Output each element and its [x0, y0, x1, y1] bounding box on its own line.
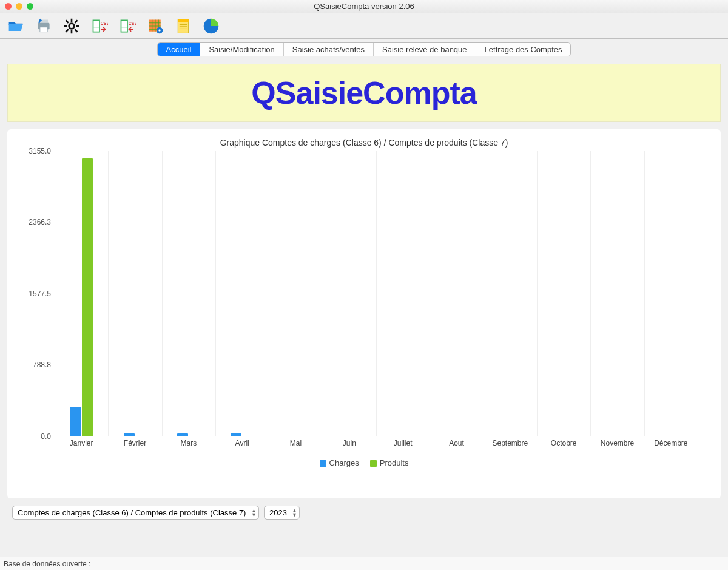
- legend-label-charges: Charges: [329, 458, 359, 467]
- x-tick-label: Septembre: [490, 439, 531, 447]
- toolbar: CSV CSV: [0, 13, 728, 39]
- tab-saisie-relev-de-banque[interactable]: Saisie relevé de banque: [374, 43, 476, 56]
- bar-charges: [70, 407, 81, 436]
- x-tick-label: Juin: [329, 439, 370, 447]
- pie-chart-button[interactable]: [201, 16, 221, 36]
- legend-label-produits: Produits: [380, 458, 409, 467]
- tab-group: AccueilSaisie/ModificationSaisie achats/…: [157, 42, 571, 56]
- y-tick-label: 1577.5: [29, 290, 55, 298]
- x-tick-label: Décembre: [650, 439, 692, 447]
- banner: QSaisieCompta: [7, 64, 721, 122]
- bar-charges: [177, 433, 188, 436]
- tab-saisie-modification[interactable]: Saisie/Modification: [200, 43, 283, 56]
- chart-title: Graphique Comptes de charges (Classe 6) …: [16, 138, 712, 148]
- zoom-window-button[interactable]: [27, 3, 33, 10]
- y-tick-label: 3155.0: [29, 147, 55, 155]
- legend-swatch-charges: [320, 460, 326, 467]
- status-text: Base de données ouverte :: [4, 560, 90, 568]
- chart-legend: Charges Produits: [16, 458, 712, 467]
- chart-plot-area: 0.0788.81577.52366.33155.0: [55, 151, 712, 436]
- window-controls: [5, 3, 33, 10]
- window-title: QSaisieCompta version 2.06: [314, 2, 414, 11]
- bar-produits: [82, 158, 93, 436]
- bar-group: [61, 158, 102, 436]
- chart-controls: Comptes de charges (Classe 6) / Comptes …: [7, 506, 721, 524]
- bar-charges: [231, 433, 241, 436]
- svg-rect-33: [178, 19, 189, 21]
- svg-rect-19: [121, 21, 127, 32]
- bar-charges: [124, 433, 135, 436]
- tab-lettrage-des-comptes[interactable]: Lettrage des Comptes: [476, 43, 571, 56]
- report-button[interactable]: [174, 16, 193, 36]
- x-tick-label: Mars: [168, 439, 209, 447]
- x-tick-label: Février: [115, 439, 156, 447]
- chart-panel: Graphique Comptes de charges (Classe 6) …: [7, 129, 721, 498]
- app-title: QSaisieCompta: [251, 75, 476, 111]
- svg-point-31: [158, 29, 161, 32]
- select-stepper-icon: ▲▼: [251, 509, 257, 517]
- x-tick-label: Janvier: [61, 439, 102, 447]
- bar-group: [221, 433, 263, 436]
- main-content: QSaisieCompta Graphique Comptes de charg…: [0, 58, 728, 556]
- close-window-button[interactable]: [5, 3, 12, 10]
- select-stepper-icon: ▲▼: [292, 509, 297, 517]
- svg-point-4: [69, 23, 75, 29]
- svg-rect-14: [93, 21, 99, 32]
- x-tick-label: Juillet: [382, 439, 423, 447]
- year-select[interactable]: 2023: [264, 506, 300, 520]
- bar-group: [115, 433, 156, 436]
- y-tick-label: 0.0: [41, 432, 55, 441]
- bar-group: [168, 433, 209, 436]
- svg-text:CSV: CSV: [129, 21, 136, 25]
- chart-type-select[interactable]: Comptes de charges (Classe 6) / Comptes …: [12, 506, 259, 520]
- settings-button[interactable]: [62, 16, 81, 36]
- svg-line-11: [75, 20, 77, 22]
- export-csv-button[interactable]: CSV: [118, 16, 137, 36]
- svg-line-10: [75, 29, 77, 32]
- x-tick-label: Novembre: [597, 439, 638, 447]
- x-tick-label: Avril: [221, 439, 263, 447]
- legend-item-charges: Charges: [320, 458, 359, 467]
- print-button[interactable]: [34, 16, 53, 36]
- y-tick-label: 788.8: [33, 361, 55, 369]
- status-bar: Base de données ouverte :: [0, 557, 728, 570]
- open-file-button[interactable]: [6, 16, 25, 36]
- window-titlebar: QSaisieCompta version 2.06: [0, 0, 728, 13]
- svg-rect-2: [40, 27, 47, 32]
- legend-item-produits: Produits: [370, 458, 409, 467]
- minimize-window-button[interactable]: [16, 3, 22, 10]
- y-tick-label: 2366.3: [29, 218, 55, 226]
- tab-bar: AccueilSaisie/ModificationSaisie achats/…: [0, 39, 728, 58]
- x-tick-label: Mai: [275, 439, 317, 447]
- x-tick-label: Aout: [436, 439, 477, 447]
- svg-line-9: [66, 20, 68, 22]
- import-csv-button[interactable]: CSV: [90, 16, 109, 36]
- tab-saisie-achats-ventes[interactable]: Saisie achats/ventes: [284, 43, 374, 56]
- tab-accueil[interactable]: Accueil: [158, 43, 201, 56]
- svg-text:CSV: CSV: [101, 21, 108, 25]
- x-tick-label: Octobre: [543, 439, 584, 447]
- legend-swatch-produits: [370, 460, 377, 467]
- svg-line-12: [66, 29, 68, 32]
- grid-settings-button[interactable]: [146, 16, 165, 36]
